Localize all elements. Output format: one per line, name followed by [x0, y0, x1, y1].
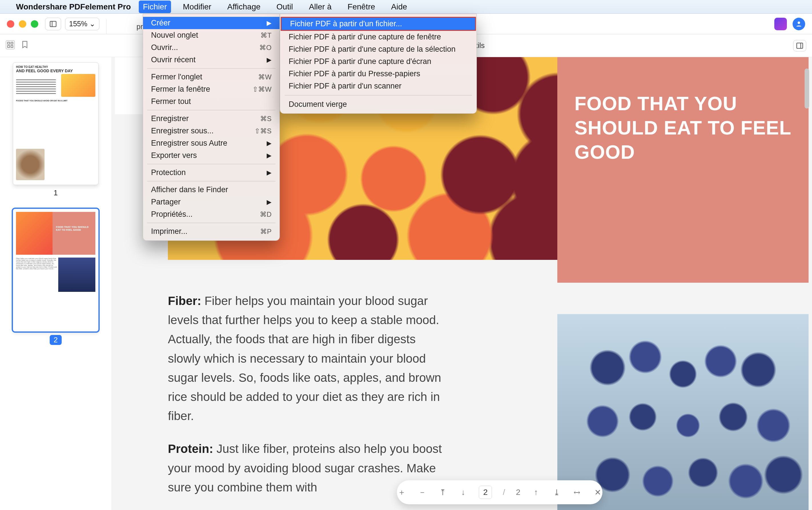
submenu-arrow-icon: ▶: [267, 169, 271, 176]
minimize-window-icon[interactable]: [19, 20, 26, 28]
submenu-arrow-icon: ▶: [267, 56, 271, 64]
total-pages: 2: [516, 488, 521, 497]
hero-color-block: FOOD THAT YOU SHOULD EAT TO FEEL GOOD: [557, 57, 809, 283]
file-menu-item-18[interactable]: Propriétés...⌘D: [143, 208, 280, 221]
file-menu-shortcut-6: ⇧⌘W: [252, 85, 271, 93]
thumb-label-1: 1: [7, 189, 104, 197]
current-page-input[interactable]: 2: [479, 486, 492, 499]
file-menu-item-1[interactable]: Nouvel onglet⌘T: [143, 29, 280, 41]
mac-menubar: Wondershare PDFelement Pro Fichier Modif…: [0, 0, 812, 14]
user-avatar-icon[interactable]: [792, 18, 805, 30]
create-submenu-label-4: Fichier PDF à partir du Presse-papiers: [289, 69, 420, 78]
file-menu-label-7: Fermer tout: [151, 97, 191, 106]
file-menu-shortcut-20: ⌘P: [260, 228, 271, 235]
file-menu-label-20: Imprimer...: [151, 227, 187, 236]
prev-page-icon[interactable]: ↓: [459, 487, 468, 497]
file-menu-label-5: Fermer l'onglet: [151, 73, 202, 81]
next-page-icon[interactable]: ↑: [531, 487, 541, 497]
last-page-icon[interactable]: ⤓: [552, 487, 561, 497]
panel-toggle-button[interactable]: [793, 40, 806, 51]
p1-text: Fiber helps you maintain your blood suga…: [168, 294, 441, 423]
file-menu-item-2[interactable]: Ouvrir...⌘O: [143, 41, 280, 54]
submenu-arrow-icon: ▶: [267, 152, 271, 159]
menu-aide[interactable]: Aide: [387, 1, 411, 13]
file-menu-item-10[interactable]: Enregistrer sous...⇧⌘S: [143, 125, 280, 137]
app-name[interactable]: Wondershare PDFelement Pro: [16, 2, 131, 11]
create-submenu-item-3[interactable]: Fichier PDF à partir d'une capture d'écr…: [280, 55, 476, 68]
file-menu-shortcut-2: ⌘O: [259, 44, 271, 52]
p2-label: Protein:: [168, 442, 213, 455]
submenu-arrow-icon: ▶: [267, 198, 271, 206]
page-thumbnail-1[interactable]: HOW TO EAT HEALTHY AND FEEL GOOD EVERY D…: [13, 62, 98, 185]
create-submenu-item-2[interactable]: Fichier PDF à partir d'une capture de la…: [280, 43, 476, 55]
file-menu-shortcut-10: ⇧⌘S: [254, 127, 271, 135]
thumbnail-panel: HOW TO EAT HEALTHY AND FEEL GOOD EVERY D…: [0, 57, 111, 510]
thumb-label-2-badge: 2: [50, 335, 62, 345]
menu-outil[interactable]: Outil: [272, 1, 297, 13]
menu-fichier[interactable]: Fichier: [139, 1, 171, 13]
menu-allera[interactable]: Aller à: [305, 1, 336, 13]
zoom-in-icon[interactable]: ＋: [397, 487, 407, 497]
file-menu-label-14: Protection: [151, 168, 186, 177]
file-menu-item-16[interactable]: Afficher dans le Finder: [143, 183, 280, 196]
file-menu-item-20[interactable]: Imprimer...⌘P: [143, 225, 280, 237]
fit-page-icon[interactable]: ⤢: [570, 485, 584, 499]
menu-affichage[interactable]: Affichage: [223, 1, 264, 13]
create-submenu-item-4[interactable]: Fichier PDF à partir du Presse-papiers: [280, 68, 476, 80]
create-submenu-label-2: Fichier PDF à partir d'une capture de la…: [289, 45, 455, 54]
sidebar-toggle-button[interactable]: [45, 18, 61, 30]
file-menu-item-3[interactable]: Ouvrir récent▶: [143, 54, 280, 66]
file-menu-shortcut-9: ⌘S: [260, 115, 271, 123]
file-menu-item-11[interactable]: Enregistrer sous Autre▶: [143, 137, 280, 149]
traffic-lights: [7, 20, 38, 28]
file-menu-item-12[interactable]: Exporter vers▶: [143, 149, 280, 162]
file-menu-label-1: Nouvel onglet: [151, 31, 198, 40]
file-menu-item-0[interactable]: Créer▶: [143, 17, 280, 29]
menu-separator: [147, 181, 276, 181]
zoom-dropdown[interactable]: 155% ⌄: [65, 18, 99, 30]
menu-modifier[interactable]: Modifier: [179, 1, 215, 13]
p1-label: Fiber:: [168, 294, 201, 308]
file-menu-label-3: Ouvrir récent: [151, 55, 196, 64]
submenu-arrow-icon: ▶: [267, 140, 271, 147]
file-menu-label-6: Fermer la fenêtre: [151, 85, 210, 94]
body-text: Fiber: Fiber helps you maintain your blo…: [168, 291, 442, 510]
page-thumbnail-2[interactable]: FOOD THAT YOU SHOULD EAT TO FEEL GOOD Fi…: [13, 209, 98, 332]
create-submenu-item-1[interactable]: Fichier PDF à partir d'une capture de fe…: [280, 31, 476, 43]
file-menu-shortcut-1: ⌘T: [260, 31, 271, 39]
maximize-window-icon[interactable]: [31, 20, 38, 28]
submenu-separator: [285, 95, 472, 95]
bookmark-icon[interactable]: [21, 40, 29, 51]
thumbnail-grid-icon[interactable]: [6, 40, 15, 49]
app-tile-icon[interactable]: [774, 18, 787, 30]
create-submenu-label-0: Fichier PDF à partir d'un fichier...: [290, 20, 402, 28]
menu-separator: [147, 164, 276, 164]
page-navigator: ＋ － ⤒ ↓ 2 / 2 ↑ ⤓ ⤢ ✕: [397, 480, 603, 504]
vertical-scrollbar[interactable]: [805, 57, 810, 510]
page-sep: /: [503, 488, 505, 497]
file-menu-label-11: Enregistrer sous Autre: [151, 139, 227, 148]
file-menu-item-17[interactable]: Partager▶: [143, 196, 280, 208]
file-menu-item-5[interactable]: Fermer l'onglet⌘W: [143, 71, 280, 83]
file-menu-item-7[interactable]: Fermer tout: [143, 95, 280, 108]
file-menu-label-9: Enregistrer: [151, 114, 189, 123]
file-menu-item-14[interactable]: Protection▶: [143, 167, 280, 179]
create-submenu-item-0[interactable]: Fichier PDF à partir d'un fichier...: [281, 17, 476, 31]
file-menu-label-12: Exporter vers: [151, 151, 197, 160]
create-submenu: Fichier PDF à partir d'un fichier...Fich…: [280, 14, 477, 114]
create-submenu-item-7[interactable]: Document vierge: [280, 98, 476, 111]
first-page-icon[interactable]: ⤒: [438, 487, 448, 497]
svg-rect-5: [8, 46, 10, 48]
create-submenu-item-5[interactable]: Fichier PDF à partir d'un scanner: [280, 80, 476, 92]
scrollbar-handle[interactable]: [805, 68, 809, 109]
close-pager-icon[interactable]: ✕: [593, 487, 603, 497]
file-menu-item-9[interactable]: Enregistrer⌘S: [143, 113, 280, 125]
thumb2-hero-title: FOOD THAT YOU SHOULD EAT TO FEEL GOOD: [56, 226, 93, 231]
menu-separator: [147, 68, 276, 68]
create-submenu-label-5: Fichier PDF à partir d'un scanner: [289, 82, 401, 90]
file-menu-item-6[interactable]: Fermer la fenêtre⇧⌘W: [143, 83, 280, 95]
svg-rect-4: [11, 42, 13, 44]
close-window-icon[interactable]: [7, 20, 14, 28]
zoom-out-icon[interactable]: －: [417, 487, 427, 497]
menu-fenetre[interactable]: Fenêtre: [344, 1, 379, 13]
